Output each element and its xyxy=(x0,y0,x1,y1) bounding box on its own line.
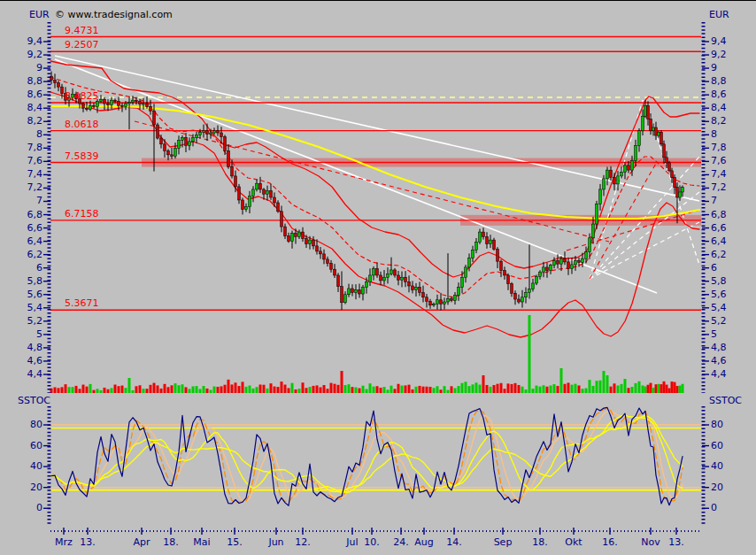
volume-bar xyxy=(521,387,524,393)
candlestick xyxy=(621,172,623,176)
candlestick xyxy=(128,102,131,104)
price-axis-label-left: 9,4 xyxy=(11,36,42,47)
price-level-label: 6.7158 xyxy=(65,209,99,220)
volume-bar xyxy=(320,387,322,393)
volume-bar xyxy=(334,384,336,393)
price-axis-label-left: 5,4 xyxy=(11,303,42,313)
candlestick xyxy=(560,258,563,264)
volume-bar xyxy=(266,389,269,393)
candlestick xyxy=(497,250,499,262)
volume-bar xyxy=(668,389,671,393)
candlestick xyxy=(196,135,198,137)
volume-bar xyxy=(528,315,531,393)
candlestick xyxy=(376,268,379,275)
sstoc-axis-label-right: 80 xyxy=(711,420,723,430)
candlestick xyxy=(228,150,230,166)
time-axis-label: Nov xyxy=(641,537,660,548)
candlestick xyxy=(185,137,188,145)
candlestick xyxy=(624,166,627,173)
candlestick xyxy=(647,105,650,119)
candlestick xyxy=(277,203,280,212)
candlestick xyxy=(203,131,205,133)
volume-bar xyxy=(362,386,365,393)
candlestick xyxy=(125,104,127,107)
price-axis-label-left: 8,6 xyxy=(11,89,42,100)
time-axis-label: Aug xyxy=(414,537,433,548)
candlestick xyxy=(582,258,584,263)
candlestick xyxy=(118,102,120,106)
price-axis-label-right: 9,4 xyxy=(711,36,727,47)
price-axis-label-right: 6,4 xyxy=(711,236,727,247)
candlestick xyxy=(454,296,457,301)
volume-bar xyxy=(312,386,315,393)
volume-bar xyxy=(277,387,280,393)
volume-bar xyxy=(178,385,181,393)
candlestick xyxy=(295,234,297,237)
volume-bar xyxy=(369,383,372,393)
volume-bar xyxy=(210,389,212,393)
volume-bar xyxy=(482,375,485,393)
volume-bar xyxy=(93,390,96,393)
price-axis-label-right: 8,6 xyxy=(711,89,727,100)
volume-bar xyxy=(174,383,177,393)
candlestick xyxy=(274,197,276,203)
volume-bar xyxy=(281,382,283,393)
candlestick xyxy=(589,238,591,252)
time-axis-label: Apr xyxy=(133,537,150,548)
candlestick xyxy=(412,286,414,290)
time-axis-label: 13. xyxy=(80,537,96,548)
volume-bar xyxy=(213,387,216,393)
volume-bar xyxy=(171,385,174,393)
candlestick xyxy=(305,239,308,244)
price-axis-label-left: 6,2 xyxy=(11,250,42,260)
candlestick xyxy=(592,224,595,238)
candlestick xyxy=(553,260,556,265)
sstoc-axis-label-left: 80 xyxy=(11,420,42,430)
candlestick xyxy=(373,268,375,275)
candlestick xyxy=(263,189,266,194)
volume-bar xyxy=(82,385,85,393)
candlestick xyxy=(532,283,535,289)
volume-bar xyxy=(199,389,202,393)
candlestick xyxy=(362,287,365,294)
time-axis-label: 16. xyxy=(602,537,618,548)
candlestick xyxy=(146,104,149,107)
price-and-sstoc-plot[interactable] xyxy=(0,1,756,555)
volume-bar xyxy=(571,385,574,393)
candlestick xyxy=(351,289,354,293)
candlestick xyxy=(210,133,212,135)
volume-bar xyxy=(440,389,443,393)
volume-bar xyxy=(599,381,602,393)
volume-bar xyxy=(613,383,616,393)
time-axis-label: 18. xyxy=(532,537,548,548)
price-axis-label-right: 6,8 xyxy=(711,210,727,220)
price-axis-label-right: 5,8 xyxy=(711,276,727,287)
candlestick xyxy=(507,275,510,284)
candlestick xyxy=(323,254,326,259)
volume-bar xyxy=(564,384,567,393)
volume-bar xyxy=(536,386,538,393)
candlestick xyxy=(451,298,453,300)
volume-bar xyxy=(150,385,152,393)
candlestick xyxy=(644,105,647,116)
price-axis-label-right: 6 xyxy=(711,263,717,274)
candlestick xyxy=(433,304,436,305)
price-axis-label-right: 8,4 xyxy=(711,103,727,113)
candlestick xyxy=(111,100,113,104)
candlestick xyxy=(181,137,184,140)
candlestick xyxy=(504,271,506,275)
candlestick xyxy=(259,183,262,189)
volume-bar xyxy=(606,375,609,393)
candlestick xyxy=(252,189,255,197)
price-axis-label-left: 9 xyxy=(11,63,42,73)
volume-bar xyxy=(380,388,382,393)
candlestick xyxy=(490,240,492,244)
candlestick xyxy=(518,299,521,302)
volume-bar xyxy=(118,386,120,393)
price-axis-label-right: 4,4 xyxy=(711,369,727,380)
candlestick xyxy=(249,196,251,206)
candlestick xyxy=(82,104,85,108)
volume-bar xyxy=(596,381,598,393)
candlestick xyxy=(482,232,485,236)
volume-bar xyxy=(288,388,290,393)
